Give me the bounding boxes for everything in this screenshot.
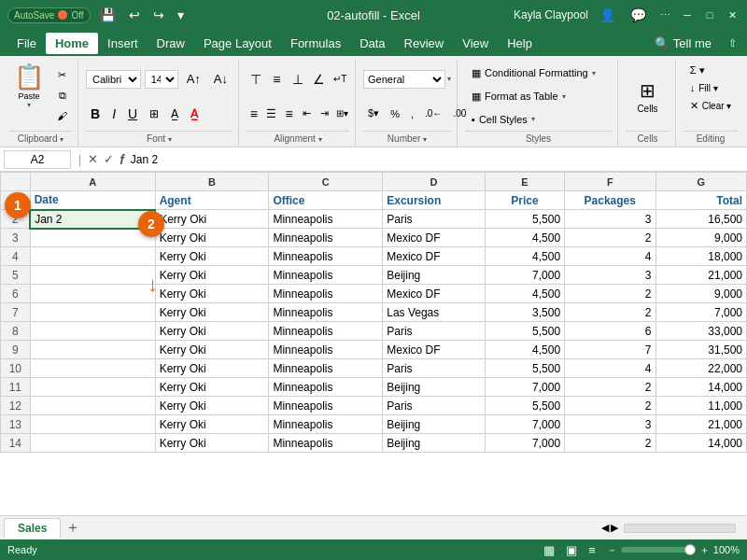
share-icon[interactable]: 👤 [596,6,619,24]
cell-D8[interactable]: Paris [383,322,486,341]
cell-C5[interactable]: Minneapolis [269,266,383,285]
cell-F9[interactable]: 7 [565,341,655,359]
cell-G9[interactable]: 31,500 [655,341,746,359]
cell-C10[interactable]: Minneapolis [269,359,383,378]
cell-G5[interactable]: 21,000 [655,266,746,285]
cell-E5[interactable]: 7,000 [485,266,564,285]
cell-A8[interactable] [30,322,155,341]
cell-reference-box[interactable] [4,150,71,169]
cell-G7[interactable]: 7,000 [655,303,746,322]
sum-button[interactable]: Σ▾ [685,62,737,78]
ribbon-share-btn[interactable]: ⇧ [725,35,740,50]
cell-D5[interactable]: Beijing [383,266,486,285]
zoom-in-btn[interactable]: ＋ [699,543,710,557]
zoom-thumb[interactable] [684,544,696,555]
font-family-select[interactable]: Calibri [86,70,141,89]
cell-C2[interactable]: Minneapolis [269,210,383,229]
cell-A5[interactable] [30,266,155,285]
underline-button[interactable]: U [123,105,142,123]
cell-C7[interactable]: Minneapolis [269,303,383,322]
cell-A14[interactable] [30,434,155,453]
col-header-F[interactable]: F [565,173,655,191]
percent-btn[interactable]: % [386,105,404,123]
decrease-decimal-btn[interactable]: .0← [420,105,446,123]
cell-F11[interactable]: 2 [565,378,655,397]
cell-A12[interactable] [30,397,155,415]
maximize-btn[interactable]: □ [702,7,717,22]
cell-B11[interactable]: Kerry Oki [155,378,269,397]
cell-E2[interactable]: 5,500 [485,210,564,229]
menu-insert[interactable]: Insert [98,33,148,54]
confirm-formula-icon[interactable]: ✓ [104,152,114,166]
cell-E10[interactable]: 5,500 [485,359,564,378]
cell-G1[interactable]: Total [655,191,746,210]
col-header-B[interactable]: B [155,173,269,191]
align-top-btn[interactable]: ⊤ [247,71,265,88]
cell-A2[interactable]: Jan 2 [30,210,155,229]
decrease-font-btn[interactable]: A↓ [209,70,233,89]
menu-home[interactable]: Home [46,33,98,54]
close-btn[interactable]: ✕ [725,7,740,22]
cell-D13[interactable]: Beijing [383,415,486,434]
cell-E6[interactable]: 4,500 [485,285,564,303]
angle-text-btn[interactable]: ∠ [310,71,329,88]
cell-E12[interactable]: 5,500 [485,397,564,415]
cell-G11[interactable]: 14,000 [655,378,746,397]
scroll-right-btn[interactable]: ▶ [611,522,618,534]
cell-E8[interactable]: 5,500 [485,322,564,341]
menu-file[interactable]: File [7,33,46,54]
cell-B10[interactable]: Kerry Oki [155,359,269,378]
cell-A3[interactable] [30,229,155,247]
cell-C3[interactable]: Minneapolis [269,229,383,247]
comments-icon[interactable]: 💬 [627,6,650,24]
cell-A9[interactable] [30,341,155,359]
cell-F6[interactable]: 2 [565,285,655,303]
cell-G10[interactable]: 22,000 [655,359,746,378]
cell-B4[interactable]: Kerry Oki [155,247,269,266]
paste-dropdown[interactable]: ▾ [27,101,31,109]
cell-D3[interactable]: Mexico DF [383,229,486,247]
cell-D1[interactable]: Excursion [383,191,486,210]
col-header-G[interactable]: G [655,173,746,191]
cell-G13[interactable]: 21,000 [655,415,746,434]
cell-F5[interactable]: 3 [565,266,655,285]
cell-A6[interactable] [30,285,155,303]
align-middle-btn[interactable]: ≡ [268,71,287,88]
tab-sales[interactable]: Sales [4,518,61,539]
menu-review[interactable]: Review [395,33,454,54]
cell-C14[interactable]: Minneapolis [269,434,383,453]
ribbon-collapse-btn[interactable]: ⋯ [657,7,672,22]
page-layout-view-btn[interactable]: ▣ [566,543,577,557]
scroll-left-btn[interactable]: ◀ [601,522,609,534]
cell-B12[interactable]: Kerry Oki [155,397,269,415]
cell-C12[interactable]: Minneapolis [269,397,383,415]
col-header-C[interactable]: C [269,173,383,191]
cell-B9[interactable]: Kerry Oki [155,341,269,359]
increase-indent-btn[interactable]: ⇥ [317,105,331,122]
format-painter-button[interactable]: 🖌 [52,106,72,125]
redo-icon[interactable]: ↪ [149,6,168,24]
cell-F3[interactable]: 2 [565,229,655,247]
conditional-formatting-button[interactable]: ▦ Conditional Formatting ▾ [465,63,602,82]
cell-D2[interactable]: Paris [383,210,486,229]
cell-E11[interactable]: 7,000 [485,378,564,397]
cell-G2[interactable]: 16,500 [655,210,746,229]
clear-button[interactable]: ✕Clear ▾ [685,97,737,114]
cell-F7[interactable]: 2 [565,303,655,322]
cell-G3[interactable]: 9,000 [655,229,746,247]
cell-F1[interactable]: Packages [565,191,655,210]
format-as-table-button[interactable]: ▦ Format as Table ▾ [465,87,572,105]
cell-F8[interactable]: 6 [565,322,655,341]
cell-E4[interactable]: 4,500 [485,247,564,266]
zoom-slider[interactable] [621,547,696,553]
cell-D4[interactable]: Mexico DF [383,247,486,266]
cell-A11[interactable] [30,378,155,397]
cell-A4[interactable] [30,247,155,266]
autosave-toggle[interactable]: AutoSave Off [7,7,91,23]
align-bottom-btn[interactable]: ⊥ [289,71,307,88]
cell-G12[interactable]: 11,000 [655,397,746,415]
align-right-btn[interactable]: ≡ [282,105,297,122]
cell-D6[interactable]: Mexico DF [383,285,486,303]
copy-button[interactable]: ⧉ [52,86,72,105]
cell-F2[interactable]: 3 [565,210,655,229]
